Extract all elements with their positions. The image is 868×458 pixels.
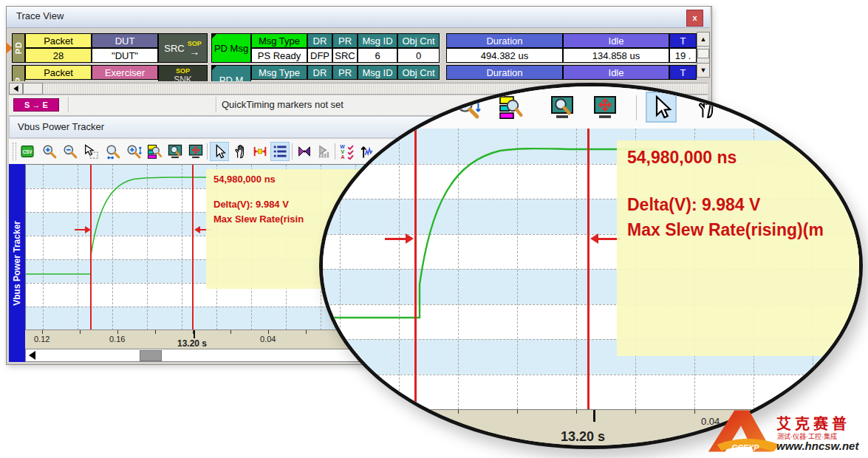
msg-id2-header[interactable]: Msg ID	[358, 65, 397, 80]
fit-to-screen-icon[interactable]	[188, 143, 204, 160]
pd-msg2-cell[interactable]: PD M	[211, 65, 251, 81]
left-arrow-icon	[13, 86, 18, 92]
x-tick-label: 0.16	[109, 335, 125, 344]
table-scroll-up-button[interactable]: ▲	[697, 32, 710, 47]
pd-msg2-label: PD M	[219, 75, 244, 82]
zoom-in-icon[interactable]	[41, 143, 58, 160]
time-value[interactable]: 19 .	[669, 48, 697, 63]
table-hscroll-left-button[interactable]	[9, 83, 23, 95]
timing-cursor-2[interactable]	[192, 165, 194, 330]
exerciser-header[interactable]: Exerciser	[92, 65, 158, 80]
select-cursor-icon[interactable]	[646, 92, 677, 123]
sop2-label: SOP	[176, 67, 190, 75]
table-hscroll-thumb[interactable]	[23, 83, 43, 95]
pr-header[interactable]: PR	[332, 33, 358, 48]
display-settings-icon[interactable]	[146, 143, 163, 160]
dr2-header[interactable]: DR	[307, 65, 332, 80]
dr-value[interactable]: DFP	[307, 48, 332, 63]
sop-snk-cell[interactable]: SOP SNK	[158, 65, 208, 81]
screenshot-root: Trace View x PD Packet 28 DUT "DUT" SRC …	[0, 0, 868, 458]
close-button[interactable]: x	[686, 10, 703, 27]
cursor2-arrowhead-icon	[194, 226, 200, 233]
msg-id-header[interactable]: Msg ID	[358, 33, 397, 48]
packet-header[interactable]: Packet	[25, 33, 92, 48]
packet-number[interactable]: 28	[25, 48, 92, 63]
list-view-icon[interactable]	[773, 92, 804, 123]
time2-header[interactable]: T	[669, 65, 697, 80]
title-bar[interactable]	[7, 7, 710, 28]
obj-cnt-value[interactable]: 0	[397, 48, 440, 63]
timing-cursor-1[interactable]	[90, 165, 92, 330]
msg-type-header[interactable]: Msg Type	[251, 33, 307, 48]
pr2-header[interactable]: PR	[332, 65, 358, 80]
idle-header[interactable]: Idle	[563, 33, 669, 48]
obj-cnt-header[interactable]: Obj Cnt	[397, 33, 440, 48]
toolbar-separator	[816, 95, 817, 120]
dr-header[interactable]: DR	[307, 33, 332, 48]
lens-timing-cursor-1[interactable]	[414, 129, 417, 409]
display-settings-icon[interactable]	[497, 94, 524, 120]
time-header[interactable]: T	[669, 33, 697, 48]
verify-results-icon[interactable]: WVA	[339, 143, 355, 160]
status-separator	[68, 97, 69, 112]
lens-x-tick-label: 16	[444, 419, 454, 430]
lens-x-center-label: 13.20 s	[561, 429, 605, 445]
packet-row-2[interactable]: P Packet Exerciser SOP SNK PD M Msg Type…	[12, 65, 699, 81]
expand-corner-icon	[212, 34, 216, 38]
screen-magnifier-icon[interactable]	[549, 94, 575, 120]
lens-chart: 54,980,000 ns Delta(V): 9.984 V Max Slew…	[323, 129, 859, 409]
obj-cnt2-header[interactable]: Obj Cnt	[397, 65, 440, 80]
pd-msg-cell[interactable]: PD Msg	[211, 33, 251, 63]
msg-type2-header[interactable]: Msg Type	[251, 65, 307, 80]
compare-traces-icon[interactable]	[296, 143, 312, 160]
vbus-side-strip: Vbus Power Tracker	[9, 164, 25, 362]
screen-magnifier-icon[interactable]	[167, 143, 183, 160]
export-csv-icon[interactable]: CSV	[19, 143, 35, 160]
timing-markers-icon[interactable]	[734, 94, 760, 120]
accexp-text: CCEXP	[731, 443, 759, 452]
cursor2-arrowhead-icon	[590, 233, 598, 244]
duration-value[interactable]: 494.382 us	[446, 48, 563, 63]
logo-url: www.hncsw.net	[776, 440, 858, 452]
toolbar-separator	[207, 143, 208, 160]
toolbar-separator	[636, 95, 637, 120]
pr-value[interactable]: SRC	[332, 48, 358, 63]
dut-value[interactable]: "DUT"	[92, 48, 158, 63]
table-scroll-thumb[interactable]	[697, 49, 709, 58]
zoom-vertical-icon[interactable]	[126, 143, 142, 160]
pan-hand-icon[interactable]	[232, 143, 248, 160]
start-to-end-button[interactable]: S → E	[13, 98, 59, 112]
packet-type-cell[interactable]: PD	[12, 33, 25, 63]
lens-cursor1-arrow	[385, 238, 407, 240]
select-cursor-icon[interactable]	[210, 142, 229, 161]
zoom-horizontal-icon[interactable]	[105, 143, 121, 160]
fit-to-screen-icon[interactable]	[592, 94, 618, 120]
lens-x-major-tick	[593, 410, 595, 422]
idle2-header[interactable]: Idle	[563, 65, 669, 80]
toolbar-grip[interactable]	[13, 143, 16, 160]
vbus-panel-title: Vbus Power Tracker	[18, 121, 104, 132]
lens-annotation-time: 54,980,000 ns	[627, 148, 737, 168]
src-sop-cell[interactable]: SRC SOP →	[158, 33, 208, 63]
zoom-out-icon[interactable]	[62, 143, 78, 160]
msg-type-value[interactable]: PS Ready	[251, 48, 307, 63]
dut-header[interactable]: DUT	[92, 33, 158, 48]
left-arrow-icon[interactable]	[29, 351, 35, 360]
packet2-type-cell[interactable]: P	[12, 65, 25, 81]
idle-value[interactable]: 134.858 us	[563, 48, 669, 63]
accexp-logo: CCEXP 艾克赛普 测试·仪器·工控·集成 www.hncsw.net	[705, 405, 868, 458]
packet2-header[interactable]: Packet	[25, 65, 92, 80]
zoom-region-icon[interactable]	[83, 143, 99, 160]
duration-header[interactable]: Duration	[446, 33, 563, 48]
duration2-header[interactable]: Duration	[446, 65, 563, 80]
list-view-icon[interactable]	[270, 142, 290, 161]
packet2-type-label: P	[14, 77, 23, 81]
chart-hscroll-thumb[interactable]	[140, 350, 162, 361]
x-tick-label: 0.04	[260, 335, 276, 344]
timing-markers-icon[interactable]	[252, 143, 268, 160]
pd-msg-label: PD Msg	[214, 43, 248, 54]
lens-measurement-annotation	[617, 140, 859, 356]
lens-timing-cursor-2[interactable]	[587, 129, 590, 409]
msg-id-value[interactable]: 6	[358, 48, 397, 63]
histogram-icon[interactable]	[316, 143, 332, 160]
